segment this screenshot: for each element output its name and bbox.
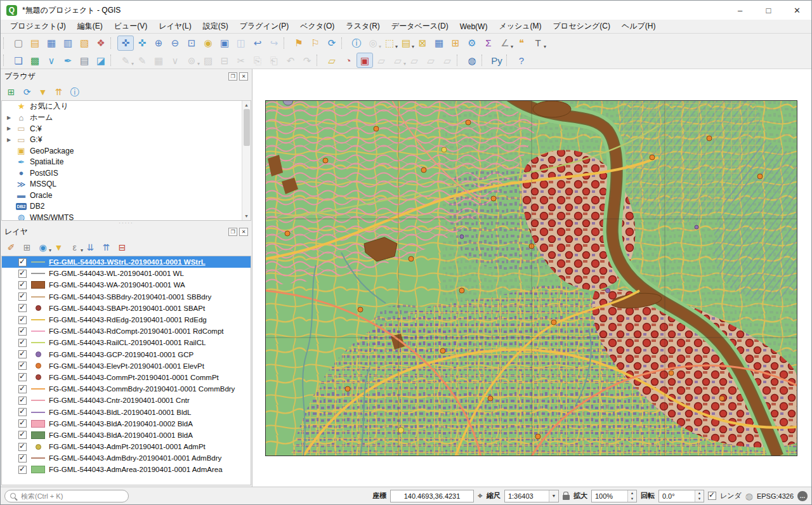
sbapt-layer-row[interactable]: FG-GML-544043-SBAPt-20190401-0001 SBAPt — [2, 303, 251, 314]
filter-by-expression-button[interactable]: ε — [67, 240, 82, 254]
expand-all-button[interactable]: ⇊ — [82, 240, 98, 254]
minimize-button[interactable]: – — [726, 1, 754, 20]
zoom-full-button[interactable]: ⊡ — [183, 36, 200, 51]
layer-visibility-checkbox[interactable] — [18, 431, 27, 439]
geopackage-item[interactable]: ▶ ▣ GeoPackage — [2, 145, 251, 157]
magnifier-spinbox[interactable]: 100% ▲▼ — [591, 490, 637, 502]
db2-item[interactable]: ▶ DB2 DB2 — [2, 201, 251, 213]
pan-map-button[interactable]: ✜ — [117, 36, 134, 51]
statistical-summary-button[interactable]: Σ — [480, 36, 497, 51]
rdedg-layer-row[interactable]: FG-GML-544043-RdEdg-20190401-0001 RdEdg — [2, 314, 251, 325]
browser-float-button[interactable]: ❐ — [228, 72, 237, 81]
zoom-next-button[interactable]: ↪ — [266, 36, 282, 51]
scroll-thumb[interactable] — [244, 109, 250, 146]
pin-unpin-labels-button[interactable]: ▱ — [373, 53, 390, 68]
vertex-tool-button[interactable]: ⊚ — [183, 53, 200, 68]
layer-visibility-checkbox[interactable] — [18, 350, 27, 358]
new-project-button[interactable]: ▢ — [10, 36, 27, 51]
postgis-item[interactable]: ▶ ● PostGIS — [2, 167, 251, 179]
layer-visibility-checkbox[interactable] — [18, 327, 27, 336]
remove-layer-button[interactable]: ⊟ — [114, 240, 130, 254]
layer-visibility-checkbox[interactable] — [18, 419, 27, 428]
drive-c-item[interactable]: ▶ ▭ C:¥ — [2, 123, 251, 134]
help-contents-button[interactable]: ? — [513, 53, 530, 68]
new-print-layout-button[interactable]: ▥ — [60, 36, 76, 51]
mssql-item[interactable]: ▶ ≫ MSSQL — [2, 179, 251, 190]
layer-visibility-checkbox[interactable] — [18, 292, 27, 301]
cut-features-button[interactable]: ✂ — [233, 53, 249, 68]
wa-layer-row[interactable]: FG-GML-544043-WA-20190401-0001 WA — [2, 279, 251, 291]
favorites-item[interactable]: ▶ ★ お気に入り — [2, 101, 251, 112]
coordinate-input[interactable] — [390, 490, 474, 502]
crs-status[interactable]: EPSG:4326 — [757, 492, 794, 500]
identify-features-button[interactable]: ⓘ — [348, 36, 365, 51]
wms-wmts-item[interactable]: ▶ ◍ WMS/WMTS — [2, 212, 251, 221]
pan-to-selection-button[interactable]: ✜ — [134, 36, 150, 51]
layer-diagram-options-button[interactable]: ◔ — [340, 53, 357, 68]
menu-help[interactable]: ヘルプ(H) — [616, 20, 662, 33]
layer-visibility-checkbox[interactable] — [18, 270, 27, 278]
drive-g-item[interactable]: ▶ ▭ G:¥ — [2, 134, 251, 146]
menu-project[interactable]: プロジェクト(J) — [4, 20, 72, 33]
wl-layer-row[interactable]: FG-GML-544043-WL-20190401-0001 WL — [2, 268, 251, 279]
refresh-browser-button[interactable]: ⟳ — [19, 85, 35, 99]
menu-plugins[interactable]: プラグイン(P) — [234, 20, 294, 33]
show-hide-labels-button[interactable]: ▱ — [390, 53, 406, 68]
menu-settings[interactable]: 設定(S) — [197, 20, 234, 33]
style-manager-button[interactable]: ❖ — [93, 36, 109, 51]
rotation-spinbox[interactable]: 0.0° ▲▼ — [658, 490, 704, 502]
layers-close-button[interactable]: ✕ — [239, 228, 248, 236]
layer-visibility-checkbox[interactable] — [18, 408, 27, 416]
deselect-all-button[interactable]: ⊠ — [414, 36, 431, 51]
show-bookmarks-button[interactable]: ⚐ — [307, 36, 324, 51]
python-console-button[interactable]: Py — [488, 53, 505, 68]
railcl-layer-row[interactable]: FG-GML-544043-RailCL-20190401-0001 RailC… — [2, 337, 251, 348]
menu-layer[interactable]: レイヤ(L) — [153, 20, 197, 33]
text-annotation-button[interactable]: T — [530, 36, 546, 51]
commbdry-layer-row[interactable]: FG-GML-544043-CommBdry-20190401-0001 Com… — [2, 383, 251, 395]
wstrl-layer-row[interactable]: FG-GML-544043-WStrL-20190401-0001 WStrL — [2, 256, 251, 268]
scale-combobox[interactable]: 1:36403 ▼ — [504, 490, 559, 502]
zoom-out-button[interactable]: ⊖ — [167, 36, 183, 51]
measure-button[interactable]: ∠ — [497, 36, 513, 51]
menu-processing[interactable]: プロセシング(C) — [547, 20, 616, 33]
sbbdry-layer-row[interactable]: FG-GML-544043-SBBdry-20190401-0001 SBBdr… — [2, 291, 251, 303]
rotation-down-icon[interactable]: ▼ — [695, 496, 704, 502]
map-tips-button[interactable]: ❝ — [513, 36, 530, 51]
manage-map-themes-button[interactable]: ◉ — [35, 240, 51, 254]
undo-button[interactable]: ↶ — [282, 53, 299, 68]
select-by-value-button[interactable]: ▤ — [398, 36, 414, 51]
filter-legend-button[interactable]: ▼ — [51, 240, 67, 254]
blda-0002-layer-row[interactable]: FG-GML-544043-BldA-20190401-0002 BldA — [2, 418, 251, 430]
expander-icon[interactable]: ▶ — [7, 115, 16, 121]
delete-selected-button[interactable]: ⊟ — [216, 53, 233, 68]
home-item[interactable]: ▶ ⌂ ホーム — [2, 112, 251, 124]
layer-visibility-checkbox[interactable] — [18, 466, 27, 474]
highlight-pinned-labels-button[interactable]: ▣ — [357, 53, 373, 68]
add-group-button[interactable]: ⊞ — [19, 240, 35, 254]
close-button[interactable]: ✕ — [783, 1, 811, 20]
save-layer-edits-button[interactable]: ▦ — [150, 53, 167, 68]
menu-vector[interactable]: ベクタ(O) — [294, 20, 340, 33]
map-image[interactable] — [265, 100, 797, 456]
layer-visibility-checkbox[interactable] — [18, 258, 27, 266]
open-layer-styling-button[interactable]: ✐ — [3, 240, 19, 254]
scroll-up-icon[interactable]: ▲ — [244, 101, 249, 109]
expander-icon[interactable]: ▶ — [7, 126, 16, 131]
processing-toolbox-button[interactable]: ⚙ — [464, 36, 480, 51]
layer-visibility-checkbox[interactable] — [18, 373, 27, 381]
maximize-button[interactable]: □ — [754, 1, 783, 20]
add-selected-layers-button[interactable]: ⊞ — [3, 85, 19, 99]
render-checkbox[interactable] — [708, 492, 716, 500]
layer-visibility-checkbox[interactable] — [18, 281, 27, 289]
browser-close-button[interactable]: ✕ — [239, 72, 248, 81]
spatialite-item[interactable]: ▶ ✒ SpatiaLite — [2, 157, 251, 168]
layer-visibility-checkbox[interactable] — [18, 443, 27, 451]
new-bookmark-button[interactable]: ⚑ — [291, 36, 307, 51]
oracle-item[interactable]: ▶ ▬ Oracle — [2, 190, 251, 201]
menu-raster[interactable]: ラスタ(R) — [340, 20, 386, 33]
magnifier-down-icon[interactable]: ▼ — [628, 496, 636, 502]
zoom-to-layer-button[interactable]: ▣ — [216, 36, 233, 51]
admbdry-layer-row[interactable]: FG-GML-544043-AdmBdry-20190401-0001 AdmB… — [2, 452, 251, 464]
layer-visibility-checkbox[interactable] — [18, 362, 27, 370]
